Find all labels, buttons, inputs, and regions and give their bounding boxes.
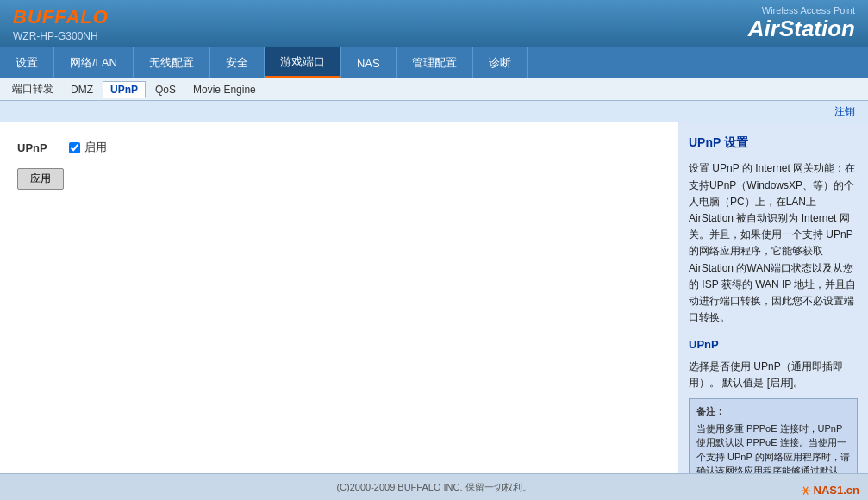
upnp-description: 选择是否使用 UPnP（通用即插即用）。 默认值是 [启用]。: [689, 359, 858, 391]
subtab-portforward[interactable]: 端口转发: [4, 79, 61, 99]
nav-tab-management[interactable]: 管理配置: [397, 47, 473, 78]
apply-row: 应用: [17, 168, 660, 190]
logo-area: BUFFALO WZR-HP-G300NH: [13, 6, 109, 42]
subtab-upnp[interactable]: UPnP: [103, 81, 146, 98]
nav-tab-diagnostics[interactable]: 诊断: [473, 47, 528, 78]
nav-tab-settings[interactable]: 设置: [0, 47, 54, 78]
nav-tab-wireless[interactable]: 无线配置: [134, 47, 210, 78]
airstation-text: AirStation: [748, 16, 855, 42]
nav-tab-security[interactable]: 安全: [210, 47, 265, 78]
copyright: (C)2000-2009 BUFFALO INC. 保留一切权利。: [336, 481, 531, 494]
header: BUFFALO WZR-HP-G300NH Wireless Access Po…: [0, 0, 868, 47]
subtab-movieengine[interactable]: Movie Engine: [185, 81, 264, 98]
main-content: UPnP 启用 应用 UPnP 设置 设置 UPnP 的 Internet 网关…: [0, 122, 868, 473]
wireless-label: Wireless Access Point: [748, 5, 855, 16]
upnp-section-title: UPnP: [689, 336, 858, 354]
apply-button[interactable]: 应用: [17, 168, 64, 190]
subtab-dmz[interactable]: DMZ: [63, 81, 101, 98]
nav-tab-network[interactable]: 网络/LAN: [54, 47, 134, 78]
main-nav: 设置 网络/LAN 无线配置 安全 游戏端口 NAS 管理配置 诊断: [0, 47, 868, 78]
upnp-label: UPnP: [17, 141, 60, 154]
logout-link[interactable]: 注销: [834, 105, 855, 117]
nav-tab-nas[interactable]: NAS: [341, 47, 397, 78]
model-name: WZR-HP-G300NH: [13, 30, 109, 42]
logout-bar: 注销: [0, 101, 868, 122]
brand-logo: BUFFALO: [13, 6, 109, 28]
right-panel: UPnP 设置 设置 UPnP 的 Internet 网关功能：在支持UPnP（…: [678, 122, 868, 473]
upnp-row: UPnP 启用: [17, 140, 660, 155]
nav-tab-game[interactable]: 游戏端口: [265, 47, 341, 78]
nas-logo: ⚹ NAS1.cn: [801, 484, 859, 497]
enable-checkbox[interactable]: [69, 142, 80, 153]
note-title: 备注：: [696, 404, 850, 419]
footer: (C)2000-2009 BUFFALO INC. 保留一切权利。 ⚹ NAS1…: [0, 473, 868, 500]
airstation-area: Wireless Access Point AirStation: [748, 5, 855, 42]
left-panel: UPnP 启用 应用: [0, 122, 678, 473]
subtab-qos[interactable]: QoS: [147, 81, 184, 98]
help-title: UPnP 设置: [689, 133, 858, 152]
help-description: 设置 UPnP 的 Internet 网关功能：在支持UPnP（WindowsX…: [689, 160, 858, 326]
sub-nav: 端口转发 DMZ UPnP QoS Movie Engine: [0, 78, 868, 101]
enable-label: 启用: [84, 140, 107, 155]
enable-checkbox-label[interactable]: 启用: [69, 140, 107, 155]
